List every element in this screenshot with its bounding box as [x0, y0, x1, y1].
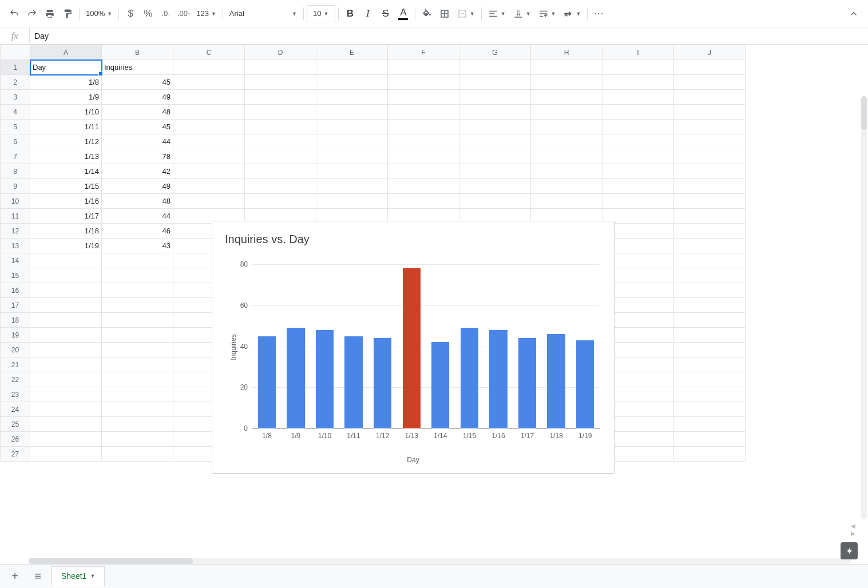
cell[interactable] [173, 179, 245, 194]
scrollbar-thumb[interactable] [29, 558, 193, 564]
cell[interactable] [674, 357, 746, 372]
row-header[interactable]: 8 [1, 164, 30, 179]
cell[interactable] [30, 372, 102, 387]
cell[interactable]: 78 [102, 149, 173, 164]
merge-cells-dropdown[interactable]: ▼ [454, 5, 478, 22]
cell[interactable] [316, 120, 388, 134]
cell[interactable] [102, 268, 173, 283]
cell[interactable] [30, 402, 102, 417]
cell[interactable] [30, 432, 102, 447]
cell[interactable]: 1/19 [30, 239, 102, 253]
cell[interactable]: 1/15 [30, 179, 102, 194]
embedded-chart[interactable]: Inquiries vs. Day Inquiries Day 02040608… [212, 221, 615, 474]
cell[interactable]: 44 [102, 209, 173, 224]
row-header[interactable]: 13 [1, 239, 30, 253]
chart-bar[interactable] [547, 334, 565, 428]
column-header[interactable]: H [531, 45, 603, 60]
cell[interactable]: 1/12 [30, 134, 102, 149]
row-header[interactable]: 26 [1, 432, 30, 447]
cell[interactable] [30, 253, 102, 268]
cell[interactable] [674, 239, 746, 253]
cell[interactable]: 43 [102, 239, 173, 253]
cell[interactable] [388, 149, 459, 164]
cell[interactable] [603, 105, 674, 120]
corner-cell[interactable] [1, 45, 30, 60]
cell[interactable] [531, 149, 603, 164]
cell[interactable] [674, 343, 746, 357]
cell[interactable] [388, 60, 459, 75]
collapse-toolbar-button[interactable] [845, 5, 862, 22]
cell[interactable] [674, 194, 746, 209]
cell[interactable] [674, 417, 746, 432]
cell[interactable] [459, 90, 531, 105]
cell[interactable] [245, 105, 316, 120]
cell[interactable]: 1/8 [30, 75, 102, 90]
row-header[interactable]: 14 [1, 253, 30, 268]
row-header[interactable]: 5 [1, 120, 30, 134]
row-header[interactable]: 11 [1, 209, 30, 224]
cell[interactable] [102, 387, 173, 402]
cell[interactable]: 48 [102, 105, 173, 120]
cell[interactable] [102, 402, 173, 417]
cell[interactable] [173, 149, 245, 164]
cell[interactable] [245, 60, 316, 75]
cell[interactable] [316, 194, 388, 209]
cell[interactable] [674, 120, 746, 134]
cell[interactable] [603, 149, 674, 164]
cell[interactable] [531, 164, 603, 179]
column-header[interactable]: G [459, 45, 531, 60]
cell[interactable] [674, 432, 746, 447]
cell[interactable] [173, 75, 245, 90]
cell[interactable] [388, 120, 459, 134]
cell[interactable]: 45 [102, 120, 173, 134]
cell[interactable] [674, 268, 746, 283]
cell[interactable] [531, 90, 603, 105]
cell[interactable] [30, 343, 102, 357]
sheet-tab[interactable]: Sheet1▼ [51, 566, 105, 587]
cell[interactable]: 1/11 [30, 120, 102, 134]
cell[interactable] [316, 134, 388, 149]
cell[interactable] [459, 179, 531, 194]
cell[interactable] [603, 134, 674, 149]
cell[interactable] [30, 417, 102, 432]
all-sheets-button[interactable]: ≡ [29, 567, 47, 586]
row-header[interactable]: 18 [1, 313, 30, 328]
cell[interactable] [674, 149, 746, 164]
cell[interactable] [388, 164, 459, 179]
chart-bar[interactable] [489, 330, 507, 428]
cell[interactable] [674, 90, 746, 105]
chart-bar[interactable] [403, 268, 421, 428]
cell[interactable] [459, 134, 531, 149]
cell[interactable] [674, 209, 746, 224]
cell[interactable] [459, 105, 531, 120]
column-header[interactable]: I [603, 45, 674, 60]
cell[interactable] [173, 134, 245, 149]
column-header[interactable]: D [245, 45, 316, 60]
row-header[interactable]: 25 [1, 417, 30, 432]
column-header[interactable]: F [388, 45, 459, 60]
cell[interactable] [316, 75, 388, 90]
vertical-scrollbar[interactable] [861, 96, 867, 519]
cell[interactable] [245, 120, 316, 134]
row-header[interactable]: 9 [1, 179, 30, 194]
cell[interactable] [603, 60, 674, 75]
chart-bar[interactable] [518, 338, 536, 428]
cell[interactable] [674, 283, 746, 298]
zoom-dropdown[interactable]: 100%▼ [82, 5, 116, 22]
row-header[interactable]: 23 [1, 387, 30, 402]
cell[interactable] [531, 60, 603, 75]
cell[interactable] [674, 313, 746, 328]
chart-bar[interactable] [461, 328, 478, 428]
cell[interactable] [674, 387, 746, 402]
cell[interactable] [245, 90, 316, 105]
row-header[interactable]: 22 [1, 372, 30, 387]
cell[interactable] [173, 120, 245, 134]
redo-button[interactable] [23, 5, 41, 22]
cell[interactable] [603, 75, 674, 90]
cell[interactable] [30, 283, 102, 298]
cell[interactable] [459, 194, 531, 209]
cell[interactable] [531, 179, 603, 194]
cell[interactable] [316, 149, 388, 164]
bold-button[interactable]: B [342, 5, 359, 22]
row-header[interactable]: 6 [1, 134, 30, 149]
